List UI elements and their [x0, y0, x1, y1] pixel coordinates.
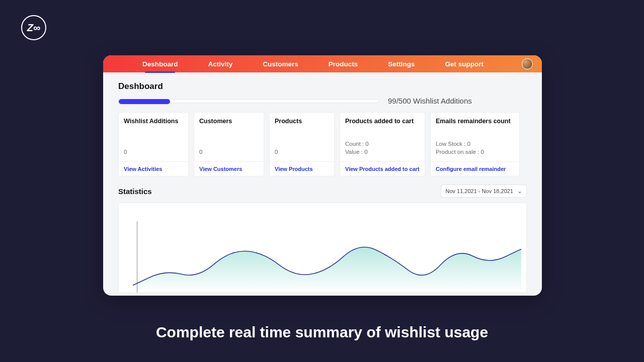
top-nav: Deshboard Activity Customers Products Se…: [103, 55, 542, 72]
card-value: Low Stock : 0 Product on sale : 0: [436, 140, 514, 156]
card-title: Customers: [199, 118, 259, 125]
card-value: Count : 0 Value : 0: [345, 140, 420, 156]
progress-row: 99/500 Wishlist Additions: [118, 97, 527, 105]
marketing-caption: Complete real time summary of wishlist u…: [0, 324, 644, 341]
brand-logo: Z∞: [21, 15, 46, 40]
card-customers: Customers 0 View Customers: [194, 112, 264, 176]
nav-tab-activity[interactable]: Activity: [199, 55, 242, 72]
card-value: 0: [124, 148, 183, 156]
card-products: Products 0 View Products: [269, 112, 335, 176]
card-link-view-products-cart[interactable]: View Products added to cart: [345, 166, 420, 172]
card-link-view-customers[interactable]: View Customers: [199, 166, 259, 172]
date-range-picker[interactable]: Nov 11,2021 - Nov 18,2021 ⌄: [441, 185, 527, 198]
chevron-down-icon: ⌄: [517, 188, 522, 195]
nav-tab-dashboard[interactable]: Deshboard: [133, 55, 187, 72]
nav-tab-label: Get support: [445, 60, 484, 68]
card-value: 0: [275, 148, 329, 156]
card-title: Products added to cart: [345, 118, 420, 125]
stat-cards: Wishlist Additions 0 View Activities Cus…: [118, 112, 527, 176]
nav-tab-label: Activity: [208, 60, 233, 68]
nav-tab-products[interactable]: Products: [319, 55, 367, 72]
progress-fill: [119, 99, 170, 104]
statistics-chart: [118, 203, 527, 293]
avatar[interactable]: [522, 58, 533, 69]
card-value: 0: [199, 148, 259, 156]
stats-header: Statistics Nov 11,2021 - Nov 18,2021 ⌄: [118, 185, 527, 198]
progress-bar: [118, 99, 379, 103]
content-area: Deshboard 99/500 Wishlist Additions Wish…: [103, 72, 542, 293]
date-range-label: Nov 11,2021 - Nov 18,2021: [445, 188, 513, 194]
card-title: Emails remainders count: [436, 118, 514, 125]
card-products-added-to-cart: Products added to cart Count : 0 Value :…: [340, 112, 425, 176]
nav-tab-get-support[interactable]: Get support: [436, 55, 493, 72]
nav-tab-settings[interactable]: Settings: [379, 55, 424, 72]
nav-tab-label: Customers: [263, 60, 298, 68]
chart-area: [133, 221, 521, 291]
app-window: Deshboard Activity Customers Products Se…: [103, 55, 542, 296]
card-email-remainders: Emails remainders count Low Stock : 0 Pr…: [430, 112, 520, 176]
card-link-configure-email[interactable]: Configure email remainder: [436, 166, 514, 172]
progress-label: 99/500 Wishlist Additions: [388, 97, 472, 105]
nav-tab-label: Settings: [388, 60, 415, 68]
card-wishlist-additions: Wishlist Additions 0 View Activities: [118, 112, 189, 176]
card-title: Products: [275, 118, 329, 125]
nav-tab-customers[interactable]: Customers: [254, 55, 307, 72]
brand-logo-text: Z∞: [27, 22, 40, 34]
card-link-view-products[interactable]: View Products: [275, 166, 329, 172]
stats-title: Statistics: [118, 187, 152, 196]
card-link-view-activities[interactable]: View Activities: [124, 166, 183, 172]
nav-tab-label: Deshboard: [142, 60, 178, 68]
page-title: Deshboard: [118, 81, 527, 92]
nav-tab-label: Products: [329, 60, 358, 68]
card-title: Wishlist Additions: [124, 118, 183, 125]
